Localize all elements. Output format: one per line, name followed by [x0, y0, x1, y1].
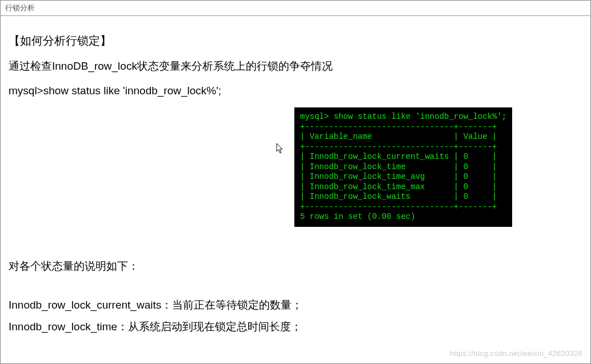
status-item: Innodb_row_lock_time：从系统启动到现在锁定总时间长度； — [9, 316, 582, 338]
watermark: https://blog.csdn.net/weixin_42620326 — [450, 349, 582, 358]
window-frame: 行锁分析 【如何分析行锁定】 通过检查InnoDB_row_lock状态变量来分… — [0, 0, 591, 364]
cursor-area — [9, 107, 294, 222]
sql-command-text: mysql>show status like 'innodb_row_lock%… — [9, 83, 582, 99]
cursor-icon — [276, 143, 284, 154]
terminal-row: mysql> show status like 'innodb_row_lock… — [9, 107, 582, 227]
status-desc-heading: 对各个状态量的说明如下： — [9, 255, 582, 277]
content-area: 【如何分析行锁定】 通过检查InnoDB_row_lock状态变量来分析系统上的… — [1, 16, 590, 346]
terminal-output: mysql> show status like 'innodb_row_lock… — [294, 107, 512, 227]
window-title: 行锁分析 — [1, 1, 590, 16]
status-descriptions: 对各个状态量的说明如下： Innodb_row_lock_current_wai… — [9, 255, 582, 338]
section-heading: 【如何分析行锁定】 — [9, 33, 582, 49]
status-item: Innodb_row_lock_current_waits：当前正在等待锁定的数… — [9, 294, 582, 316]
intro-text: 通过检查InnoDB_row_lock状态变量来分析系统上的行锁的争夺情况 — [9, 59, 582, 74]
